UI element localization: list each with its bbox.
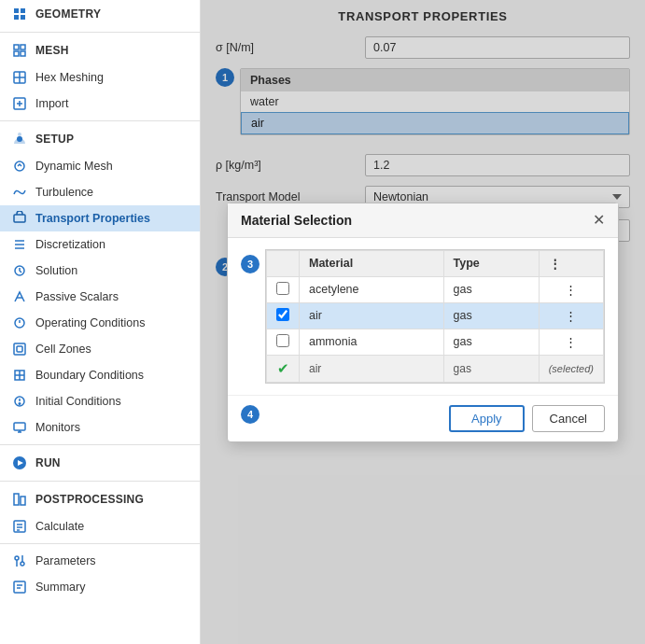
main-panel: TRANSPORT PROPERTIES σ [N/m] 1 Phases wa… — [201, 0, 645, 644]
col-type: Type — [443, 250, 539, 276]
air-type: gas — [443, 302, 539, 329]
sidebar-item-monitors[interactable]: Monitors — [0, 414, 200, 441]
sidebar-group-geometry[interactable]: GEOMETRY — [0, 0, 200, 28]
sidebar-item-hex-meshing[interactable]: Hex Meshing — [0, 64, 200, 91]
apply-button[interactable]: Apply — [449, 405, 525, 432]
import-label: Import — [35, 97, 68, 110]
sidebar: GEOMETRY MESH Hex Meshing Import SETUP D… — [0, 0, 201, 644]
svg-rect-32 — [21, 497, 25, 505]
cancel-button[interactable]: Cancel — [532, 405, 605, 432]
svg-rect-2 — [14, 15, 19, 20]
sidebar-group-run[interactable]: RUN — [0, 449, 200, 477]
sidebar-item-import[interactable]: Import — [0, 91, 200, 117]
sidebar-item-transport-properties[interactable]: Transport Properties — [0, 205, 200, 231]
svg-rect-41 — [14, 581, 25, 593]
disc-icon — [11, 236, 28, 253]
sidebar-item-summary[interactable]: Summary — [0, 574, 200, 600]
sidebar-item-solution[interactable]: Solution — [0, 258, 200, 284]
svg-rect-31 — [14, 494, 19, 505]
col-checkbox — [267, 250, 300, 276]
green-check-icon: ✔ — [277, 360, 289, 376]
badge-4: 4 — [241, 405, 259, 424]
setup-label: SETUP — [35, 133, 74, 146]
hex-meshing-label: Hex Meshing — [35, 71, 104, 84]
modal-close-button[interactable]: ✕ — [593, 213, 605, 228]
post-icon — [11, 491, 28, 508]
sidebar-item-turbulence[interactable]: Turbulence — [0, 179, 200, 205]
turbulence-icon — [11, 184, 28, 201]
sidebar-item-dynamic-mesh[interactable]: Dynamic Mesh — [0, 153, 200, 179]
solution-icon — [11, 262, 28, 279]
svg-rect-26 — [14, 423, 25, 430]
svg-rect-7 — [21, 51, 25, 56]
svg-point-38 — [21, 562, 24, 566]
sidebar-item-discretization[interactable]: Discretization — [0, 231, 200, 258]
modal-overlay: Material Selection ✕ 3 Ma — [201, 0, 645, 644]
ammonia-menu[interactable]: ⋮ — [539, 329, 603, 355]
acetylene-checkbox-cell — [267, 276, 300, 302]
run-icon — [11, 455, 28, 471]
modal-title: Material Selection — [241, 213, 352, 228]
params-icon — [11, 553, 28, 569]
sidebar-item-cell-zones[interactable]: Cell Zones — [0, 336, 200, 362]
air-name: air — [300, 302, 444, 329]
selected-check-cell: ✔ — [267, 355, 300, 382]
geometry-label: GEOMETRY — [35, 7, 101, 21]
table-row: acetylene gas ⋮ — [267, 276, 604, 302]
sidebar-group-mesh[interactable]: MESH — [0, 36, 200, 64]
col-actions: ⋮ — [539, 250, 603, 276]
ammonia-type: gas — [443, 329, 539, 355]
summary-icon — [11, 579, 28, 595]
table-header-row: Material Type ⋮ — [267, 250, 604, 276]
air-checkbox-cell — [267, 302, 300, 329]
svg-rect-14 — [14, 215, 25, 222]
sidebar-item-operating-conditions[interactable]: Operating Conditions — [0, 310, 200, 336]
badge-3: 3 — [241, 255, 259, 273]
ammonia-checkbox-cell — [267, 329, 300, 355]
sidebar-item-passive-scalars[interactable]: Passive Scalars — [0, 284, 200, 310]
sidebar-item-initial-conditions[interactable]: Initial Conditions — [0, 388, 200, 414]
svg-rect-5 — [21, 45, 25, 49]
svg-point-37 — [15, 556, 19, 560]
svg-rect-22 — [17, 346, 22, 352]
dynamic-icon — [11, 158, 28, 175]
geometry-icon — [11, 6, 28, 22]
material-table: Material Type ⋮ — [266, 250, 604, 383]
selected-indicator-row: ✔ air gas (selected) — [267, 355, 604, 382]
sidebar-item-boundary-conditions[interactable]: Boundary Conditions — [0, 362, 200, 388]
svg-point-12 — [17, 136, 22, 142]
ammonia-checkbox[interactable] — [276, 334, 289, 347]
table-row: ammonia gas ⋮ — [267, 329, 604, 355]
svg-point-25 — [19, 403, 21, 405]
table-row: air gas ⋮ — [267, 302, 604, 329]
svg-rect-1 — [21, 8, 25, 13]
import-icon — [11, 95, 28, 112]
sidebar-group-setup[interactable]: SETUP — [0, 125, 200, 153]
air-menu[interactable]: ⋮ — [539, 302, 603, 329]
transport-icon — [11, 210, 28, 227]
acetylene-checkbox[interactable] — [276, 282, 289, 295]
setup-icon — [11, 131, 28, 147]
sidebar-item-parameters[interactable]: Parameters — [0, 548, 200, 574]
svg-rect-6 — [14, 51, 19, 56]
boundary-icon — [11, 367, 28, 384]
initial-icon — [11, 393, 28, 410]
material-selection-dialog: Material Selection ✕ 3 Ma — [227, 203, 619, 442]
acetylene-name: acetylene — [300, 276, 444, 302]
svg-rect-21 — [14, 343, 25, 355]
zones-icon — [11, 341, 28, 357]
monitors-icon — [11, 419, 28, 436]
modal-footer: 4 Apply Cancel — [228, 395, 618, 441]
mesh-label: MESH — [35, 44, 69, 57]
sidebar-item-calculate[interactable]: Calculate — [0, 513, 200, 539]
mesh-icon — [11, 42, 28, 59]
air-checkbox[interactable] — [276, 308, 289, 321]
ops-icon — [11, 315, 28, 331]
modal-body: 3 Material Type ⋮ — [228, 238, 618, 395]
selected-material-type: gas — [443, 355, 539, 382]
ammonia-name: ammonia — [300, 329, 444, 355]
svg-rect-3 — [21, 15, 25, 20]
hex-icon — [11, 69, 28, 86]
acetylene-menu[interactable]: ⋮ — [539, 276, 603, 302]
sidebar-group-post[interactable]: POSTPROCESSING — [0, 485, 200, 513]
